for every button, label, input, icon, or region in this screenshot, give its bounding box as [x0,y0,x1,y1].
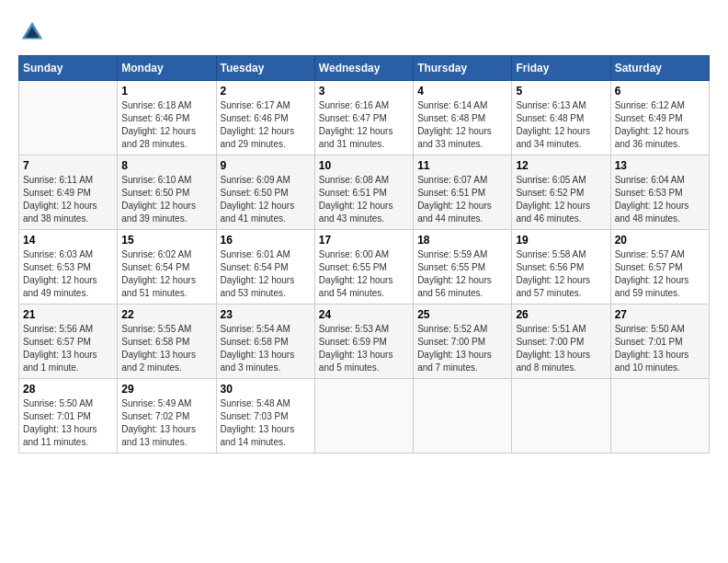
day-info: Sunrise: 6:01 AMSunset: 6:54 PMDaylight:… [221,248,311,300]
day-info: Sunrise: 5:54 AMSunset: 6:58 PMDaylight:… [221,323,311,374]
calendar-cell: 25Sunrise: 5:52 AMSunset: 7:00 PMDayligh… [414,304,512,379]
logo [18,18,50,46]
calendar-week-5: 28Sunrise: 5:50 AMSunset: 7:01 PMDayligh… [19,379,710,454]
logo-icon [18,18,46,46]
day-number: 21 [23,308,113,321]
calendar-cell: 18Sunrise: 5:59 AMSunset: 6:55 PMDayligh… [414,230,512,304]
day-info: Sunrise: 6:05 AMSunset: 6:52 PMDaylight:… [516,174,606,225]
day-info: Sunrise: 5:48 AMSunset: 7:03 PMDaylight:… [221,397,311,449]
calendar-week-2: 7Sunrise: 6:11 AMSunset: 6:49 PMDaylight… [19,155,710,230]
day-number: 13 [615,159,705,172]
calendar-cell: 29Sunrise: 5:49 AMSunset: 7:02 PMDayligh… [118,379,216,454]
calendar-week-4: 21Sunrise: 5:56 AMSunset: 6:57 PMDayligh… [19,304,710,379]
day-info: Sunrise: 6:16 AMSunset: 6:47 PMDaylight:… [319,99,409,151]
day-info: Sunrise: 6:13 AMSunset: 6:48 PMDaylight:… [516,99,606,151]
day-number: 7 [23,159,113,172]
day-info: Sunrise: 5:56 AMSunset: 6:57 PMDaylight:… [23,323,113,374]
calendar-cell: 15Sunrise: 6:02 AMSunset: 6:54 PMDayligh… [118,230,216,304]
day-number: 6 [615,85,705,98]
day-info: Sunrise: 6:03 AMSunset: 6:53 PMDaylight:… [23,248,113,300]
day-number: 28 [23,383,113,396]
day-info: Sunrise: 6:09 AMSunset: 6:50 PMDaylight:… [221,174,311,225]
day-info: Sunrise: 5:52 AMSunset: 7:00 PMDaylight:… [417,323,507,374]
day-info: Sunrise: 5:58 AMSunset: 6:56 PMDaylight:… [516,248,606,300]
calendar-cell: 3Sunrise: 6:16 AMSunset: 6:47 PMDaylight… [314,81,413,155]
day-info: Sunrise: 5:55 AMSunset: 6:58 PMDaylight:… [121,323,211,374]
day-number: 1 [121,85,211,98]
calendar-cell: 23Sunrise: 5:54 AMSunset: 6:58 PMDayligh… [216,304,314,379]
day-number: 8 [121,159,211,172]
day-number: 23 [221,308,311,321]
calendar-header-thursday: Thursday [414,56,512,81]
day-number: 25 [417,308,507,321]
day-number: 18 [417,234,507,247]
day-info: Sunrise: 6:12 AMSunset: 6:49 PMDaylight:… [615,99,705,151]
calendar-header-friday: Friday [512,56,610,81]
calendar-cell: 28Sunrise: 5:50 AMSunset: 7:01 PMDayligh… [19,379,118,454]
day-number: 10 [319,159,409,172]
day-info: Sunrise: 5:50 AMSunset: 7:01 PMDaylight:… [23,397,113,449]
day-number: 14 [23,234,113,247]
calendar-cell: 21Sunrise: 5:56 AMSunset: 6:57 PMDayligh… [19,304,118,379]
day-number: 17 [319,234,409,247]
calendar-cell: 10Sunrise: 6:08 AMSunset: 6:51 PMDayligh… [314,155,413,230]
day-number: 19 [516,234,606,247]
calendar-cell: 1Sunrise: 6:18 AMSunset: 6:46 PMDaylight… [118,81,216,155]
day-number: 3 [319,85,409,98]
calendar-header-tuesday: Tuesday [216,56,314,81]
calendar-week-3: 14Sunrise: 6:03 AMSunset: 6:53 PMDayligh… [19,230,710,304]
calendar-cell: 5Sunrise: 6:13 AMSunset: 6:48 PMDaylight… [512,81,610,155]
day-number: 22 [121,308,211,321]
day-number: 4 [417,85,507,98]
calendar-cell: 12Sunrise: 6:05 AMSunset: 6:52 PMDayligh… [512,155,610,230]
calendar-cell [19,81,118,155]
calendar-cell: 27Sunrise: 5:50 AMSunset: 7:01 PMDayligh… [610,304,709,379]
calendar-cell: 7Sunrise: 6:11 AMSunset: 6:49 PMDaylight… [19,155,118,230]
day-info: Sunrise: 6:14 AMSunset: 6:48 PMDaylight:… [417,99,507,151]
day-info: Sunrise: 5:53 AMSunset: 6:59 PMDaylight:… [319,323,409,374]
day-number: 5 [516,85,606,98]
calendar-header-wednesday: Wednesday [314,56,413,81]
calendar-cell [414,379,512,454]
calendar-table: SundayMondayTuesdayWednesdayThursdayFrid… [18,55,710,454]
page-header [18,18,710,46]
day-number: 30 [221,383,311,396]
day-number: 12 [516,159,606,172]
calendar-cell [610,379,709,454]
calendar-cell: 9Sunrise: 6:09 AMSunset: 6:50 PMDaylight… [216,155,314,230]
day-number: 16 [221,234,311,247]
calendar-header-sunday: Sunday [19,56,118,81]
day-info: Sunrise: 6:18 AMSunset: 6:46 PMDaylight:… [121,99,211,151]
day-number: 24 [319,308,409,321]
calendar-cell: 22Sunrise: 5:55 AMSunset: 6:58 PMDayligh… [118,304,216,379]
day-number: 29 [121,383,211,396]
day-info: Sunrise: 6:00 AMSunset: 6:55 PMDaylight:… [319,248,409,300]
day-info: Sunrise: 5:51 AMSunset: 7:00 PMDaylight:… [516,323,606,374]
day-number: 15 [121,234,211,247]
calendar-cell: 20Sunrise: 5:57 AMSunset: 6:57 PMDayligh… [610,230,709,304]
day-number: 9 [221,159,311,172]
day-number: 26 [516,308,606,321]
calendar-cell: 14Sunrise: 6:03 AMSunset: 6:53 PMDayligh… [19,230,118,304]
calendar-header-row: SundayMondayTuesdayWednesdayThursdayFrid… [19,56,710,81]
day-info: Sunrise: 6:11 AMSunset: 6:49 PMDaylight:… [23,174,113,225]
day-info: Sunrise: 6:08 AMSunset: 6:51 PMDaylight:… [319,174,409,225]
calendar-week-1: 1Sunrise: 6:18 AMSunset: 6:46 PMDaylight… [19,81,710,155]
day-info: Sunrise: 5:49 AMSunset: 7:02 PMDaylight:… [121,397,211,449]
day-info: Sunrise: 6:02 AMSunset: 6:54 PMDaylight:… [121,248,211,300]
day-number: 2 [221,85,311,98]
calendar-cell: 11Sunrise: 6:07 AMSunset: 6:51 PMDayligh… [414,155,512,230]
day-number: 11 [417,159,507,172]
calendar-cell: 19Sunrise: 5:58 AMSunset: 6:56 PMDayligh… [512,230,610,304]
day-info: Sunrise: 6:10 AMSunset: 6:50 PMDaylight:… [121,174,211,225]
calendar-cell: 16Sunrise: 6:01 AMSunset: 6:54 PMDayligh… [216,230,314,304]
calendar-cell: 26Sunrise: 5:51 AMSunset: 7:00 PMDayligh… [512,304,610,379]
calendar-cell: 17Sunrise: 6:00 AMSunset: 6:55 PMDayligh… [314,230,413,304]
calendar-header-monday: Monday [118,56,216,81]
calendar-cell: 2Sunrise: 6:17 AMSunset: 6:46 PMDaylight… [216,81,314,155]
calendar-cell: 6Sunrise: 6:12 AMSunset: 6:49 PMDaylight… [610,81,709,155]
calendar-cell [314,379,413,454]
day-number: 20 [615,234,705,247]
calendar-cell: 8Sunrise: 6:10 AMSunset: 6:50 PMDaylight… [118,155,216,230]
day-info: Sunrise: 5:57 AMSunset: 6:57 PMDaylight:… [615,248,705,300]
